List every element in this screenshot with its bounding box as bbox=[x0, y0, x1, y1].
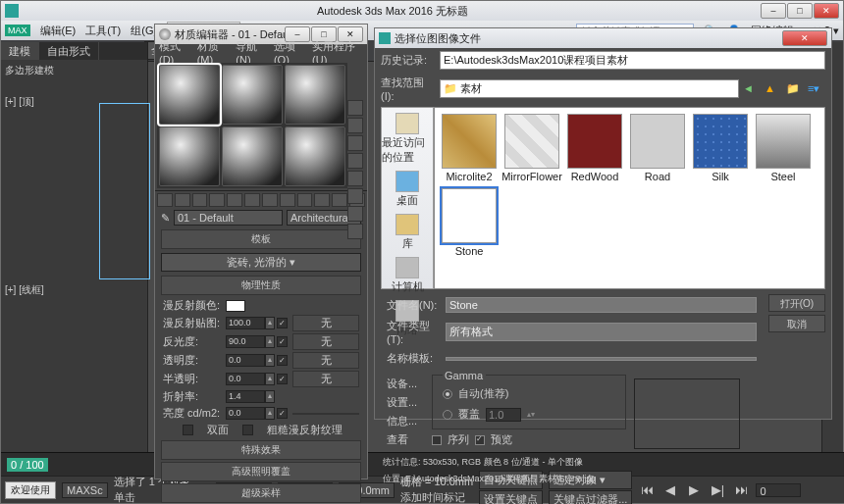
filename-input[interactable]: Stone bbox=[446, 297, 757, 313]
spinner-icon[interactable]: ▴ bbox=[265, 354, 275, 367]
translucency-check[interactable]: ✓ bbox=[277, 374, 288, 384]
medit-menu-mode[interactable]: 模式(D) bbox=[159, 39, 191, 66]
newfolder-icon[interactable]: 📁 bbox=[786, 82, 804, 96]
roughdiff-check[interactable] bbox=[242, 425, 253, 435]
translucency-amount[interactable]: 0.0 bbox=[226, 373, 265, 385]
get-material-icon[interactable] bbox=[157, 193, 173, 207]
material-slot-3[interactable] bbox=[285, 65, 345, 125]
material-slot-4[interactable] bbox=[159, 126, 220, 186]
shininess-check[interactable]: ✓ bbox=[277, 336, 288, 347]
maxscript-label[interactable]: MAXSc bbox=[62, 482, 108, 498]
thumb-road[interactable]: Road bbox=[629, 114, 686, 182]
diffuse-color-swatch[interactable] bbox=[226, 300, 245, 312]
spinner-icon[interactable]: ▴ bbox=[265, 373, 275, 385]
medit-menu-nav[interactable]: 导航(N) bbox=[236, 39, 268, 66]
place-computer[interactable]: 计算机 bbox=[392, 257, 424, 294]
sample-uv-icon[interactable] bbox=[347, 153, 363, 169]
place-recent[interactable]: 最近访问的位置 bbox=[382, 113, 433, 165]
spinner-icon[interactable]: ▴ bbox=[265, 317, 275, 329]
section-template[interactable]: 模板 bbox=[161, 229, 361, 249]
thumb-steel[interactable]: Steel bbox=[755, 114, 812, 182]
thumb-microlite[interactable]: Microlite2 bbox=[441, 114, 498, 182]
shininess-map-button[interactable]: 无 bbox=[292, 333, 359, 350]
up-icon[interactable]: ▲ bbox=[765, 82, 782, 96]
gamma-override-radio[interactable] bbox=[443, 410, 452, 420]
translucency-map-button[interactable]: 无 bbox=[292, 371, 359, 387]
reset-map-icon[interactable] bbox=[209, 193, 225, 207]
setkey-button[interactable]: 设置关键点 bbox=[479, 490, 543, 504]
open-button[interactable]: 打开(O) bbox=[768, 294, 825, 312]
section-advlight[interactable]: 高级照明覆盖 bbox=[161, 462, 361, 481]
spinner-icon[interactable]: ▴ bbox=[265, 407, 275, 420]
thumb-mirrorflower[interactable]: MirrorFlower bbox=[503, 114, 560, 182]
viewmenu-icon[interactable]: ≡▾ bbox=[808, 82, 825, 96]
thumb-stone[interactable]: Stone bbox=[441, 188, 498, 257]
viewport-object-selection[interactable] bbox=[99, 103, 150, 279]
background-icon[interactable] bbox=[347, 135, 363, 151]
make-preview-icon[interactable] bbox=[347, 188, 363, 204]
transparency-amount[interactable]: 0.0 bbox=[226, 354, 265, 367]
material-name-input[interactable]: 01 - Default bbox=[174, 210, 283, 226]
maximize-button[interactable]: □ bbox=[787, 3, 813, 19]
spinner-icon[interactable]: ▴ bbox=[265, 335, 275, 348]
assign-material-icon[interactable] bbox=[192, 193, 208, 207]
medit-menu-material[interactable]: 材质(M) bbox=[197, 39, 231, 66]
options-icon[interactable] bbox=[347, 206, 363, 222]
template-input[interactable] bbox=[446, 357, 757, 361]
section-physical[interactable]: 物理性质 bbox=[161, 276, 361, 295]
diffuse-map-amount[interactable]: 100.0 bbox=[226, 317, 265, 329]
info-button[interactable]: 信息... bbox=[387, 412, 434, 430]
medit-menu-util[interactable]: 实用程序(U) bbox=[312, 39, 363, 66]
minimize-button[interactable]: – bbox=[761, 3, 786, 19]
material-slot-2[interactable] bbox=[222, 65, 283, 125]
sample-type-icon[interactable] bbox=[347, 100, 363, 116]
select-by-mat-icon[interactable] bbox=[347, 224, 363, 239]
thumb-redwood[interactable]: RedWood bbox=[566, 114, 623, 182]
gamma-auto-radio[interactable] bbox=[443, 389, 452, 399]
medit-menu-options[interactable]: 选项(O) bbox=[274, 39, 306, 66]
filetype-dropdown[interactable]: 所有格式 bbox=[446, 323, 757, 341]
menu-tools[interactable]: 工具(T) bbox=[85, 24, 121, 38]
settings-button[interactable]: 设置... bbox=[387, 393, 434, 412]
back-icon[interactable]: ◄ bbox=[743, 82, 761, 96]
transparency-check[interactable]: ✓ bbox=[277, 355, 288, 366]
luminance-check[interactable]: ✓ bbox=[277, 408, 288, 419]
eyedropper-icon[interactable]: ✎ bbox=[161, 212, 170, 225]
lookin-dropdown[interactable]: 📁 素材 bbox=[440, 79, 739, 98]
app-logo[interactable]: MAX bbox=[5, 25, 30, 36]
video-check-icon[interactable] bbox=[347, 171, 363, 186]
spinner-icon[interactable]: ▴ bbox=[265, 390, 275, 403]
key-filters-button[interactable]: 关键点过滤器... bbox=[549, 490, 632, 504]
luminance-map-button[interactable] bbox=[292, 413, 359, 415]
matid-icon[interactable] bbox=[280, 193, 295, 207]
viewport-label-wire[interactable]: [+] [线框] bbox=[1, 279, 147, 301]
ior-amount[interactable]: 1.4 bbox=[226, 390, 265, 403]
diffuse-map-check[interactable]: ✓ bbox=[277, 318, 288, 328]
diffuse-map-button[interactable]: 无 bbox=[292, 315, 359, 331]
section-supersample[interactable]: 超级采样 bbox=[161, 483, 361, 503]
show-end-icon[interactable] bbox=[314, 193, 330, 207]
close-button[interactable]: ✕ bbox=[814, 3, 839, 19]
frame-indicator[interactable]: 0 / 100 bbox=[7, 458, 48, 472]
go-parent-icon[interactable] bbox=[332, 193, 347, 207]
section-specialfx[interactable]: 特殊效果 bbox=[161, 440, 361, 460]
luminance-amount[interactable]: 0.0 bbox=[226, 407, 265, 420]
tab-modeling[interactable]: 建模 bbox=[1, 42, 39, 60]
put-material-icon[interactable] bbox=[175, 193, 190, 207]
shininess-amount[interactable]: 90.0 bbox=[226, 335, 265, 348]
backlight-icon[interactable] bbox=[347, 118, 363, 133]
fbrowse-close[interactable]: ✕ bbox=[782, 30, 827, 46]
show-map-icon[interactable] bbox=[297, 193, 313, 207]
place-desktop[interactable]: 桌面 bbox=[396, 171, 419, 208]
menu-edit[interactable]: 编辑(E) bbox=[40, 24, 77, 38]
add-time-tag[interactable]: 添加时间标记 bbox=[400, 490, 473, 504]
material-slot-5[interactable] bbox=[222, 126, 283, 186]
history-dropdown[interactable]: E:\Autodesk3dsMax2010课程项目素材 bbox=[440, 51, 825, 70]
template-dropdown[interactable]: 瓷砖, 光滑的 ▾ bbox=[161, 253, 361, 272]
tab-freeform[interactable]: 自由形式 bbox=[39, 42, 99, 60]
thumb-silk[interactable]: Silk bbox=[692, 114, 749, 182]
preview-check[interactable] bbox=[475, 435, 485, 445]
cancel-button[interactable]: 取消 bbox=[768, 315, 825, 332]
place-libraries[interactable]: 库 bbox=[396, 214, 419, 251]
put-to-library-icon[interactable] bbox=[262, 193, 278, 207]
